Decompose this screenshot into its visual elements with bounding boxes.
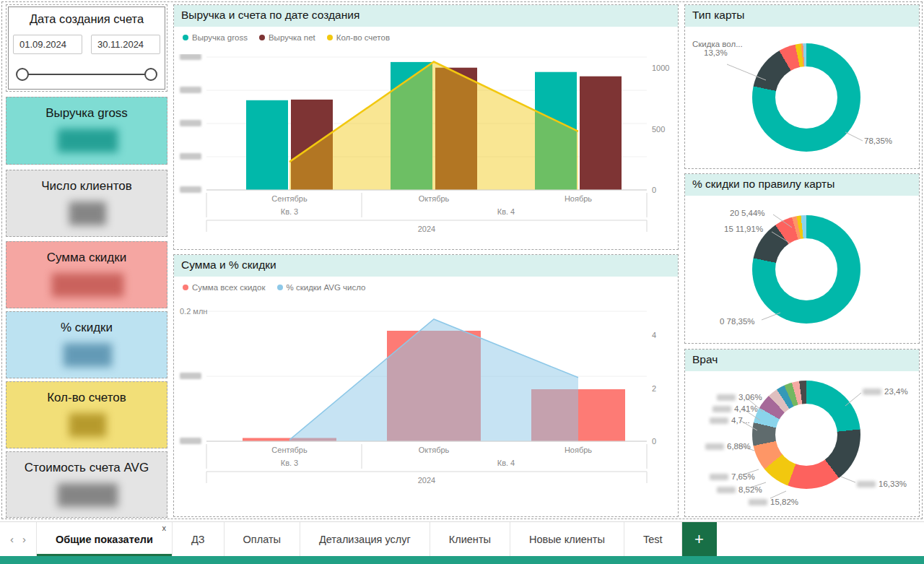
tab-nav-arrows: ‹ › (0, 522, 36, 556)
kpi-card-clients-count[interactable]: Число клиентов ███ (6, 170, 167, 237)
panel-title-discount: Сумма и % скидки (174, 255, 678, 277)
svg-text:Ноябрь: Ноябрь (565, 194, 592, 203)
svg-text:Октябрь: Октябрь (419, 194, 450, 203)
svg-text:Ноябрь: Ноябрь (565, 446, 592, 454)
donut-hole (775, 404, 837, 466)
svg-text:2: 2 (652, 384, 656, 393)
panel-doctor: Врач 3,06%4,41%4,7...6,88%7,65%8,52%15,8… (684, 349, 920, 517)
tab-dz[interactable]: ДЗ (173, 522, 225, 556)
svg-text:0.2 млн: 0.2 млн (180, 307, 207, 316)
svg-text:Октябрь: Октябрь (419, 446, 450, 454)
donut-card-type-wrap: Скидка вол...13,3%78,35% (685, 5, 919, 168)
kpi-masked-value: ██████ (6, 274, 167, 296)
tab-close-icon[interactable]: x (162, 524, 166, 532)
svg-text:0: 0 (652, 186, 656, 194)
svg-text:500: 500 (652, 125, 665, 134)
tab-label: Test (643, 534, 663, 545)
slider-handle-start[interactable] (16, 68, 29, 81)
kpi-card-discount-pct[interactable]: % скидки ████ (6, 311, 167, 378)
kpi-title: Стоимость счета AVG (6, 452, 167, 475)
svg-text:Кв. 4: Кв. 4 (497, 459, 515, 467)
kpi-title: Число клиентов (6, 170, 167, 194)
panel-title-doctor: Врач (685, 350, 919, 371)
svg-text:Сентябрь: Сентябрь (271, 446, 308, 454)
donut-discount-rule-wrap: 20 5,44%15 11,91%0 78,35% (685, 174, 919, 343)
tab-test[interactable]: Test (624, 522, 682, 556)
plus-icon: + (694, 530, 704, 549)
kpi-title: Выручка gross (6, 97, 167, 121)
date-slicer-frame: Дата создания счета (8, 6, 165, 90)
kpi-masked-value: ███ (6, 202, 167, 225)
panel-revenue-by-date: Выручка и счета по дате создания Выручка… (173, 4, 679, 250)
panel-card-type: Тип карты Скидка вол...13,3%78,35% (684, 4, 920, 169)
panel-discount-sum-pct: Сумма и % скидки Сумма всех скидок% скид… (173, 254, 679, 517)
date-slicer-title: Дата создания счета (9, 12, 165, 26)
tab-new-clients[interactable]: Новые клиенты (510, 522, 624, 556)
tab-payments[interactable]: Оплаты (225, 522, 300, 556)
kpi-masked-value: █████ (6, 484, 167, 506)
tab-label: Клиенты (449, 534, 491, 545)
page-tab-bar: ‹ › Общие показатели x ДЗ Оплаты Детализ… (0, 521, 924, 556)
tab-general-indicators[interactable]: Общие показатели x (36, 522, 173, 556)
kpi-card-invoice-count[interactable]: Кол-во счетов ███ (6, 381, 167, 448)
kpi-card-avg-invoice-cost[interactable]: Стоимость счета AVG █████ (6, 451, 167, 518)
kpi-masked-value: ███ (6, 414, 167, 436)
kpi-title: % скидки (6, 312, 167, 335)
svg-text:2024: 2024 (418, 225, 435, 233)
panel-discount-rule: % скидки по правилу карты 20 5,44%15 11,… (684, 173, 920, 344)
tab-clients[interactable]: Клиенты (430, 522, 510, 556)
end-date-input[interactable] (91, 35, 160, 54)
start-date-input[interactable] (13, 35, 82, 54)
tab-label: ДЗ (191, 534, 205, 545)
panel-title-discount-rule: % скидки по правилу карты (685, 174, 919, 196)
kpi-masked-value: ████ (6, 344, 167, 366)
prev-page-arrow-icon[interactable]: ‹ (10, 533, 14, 545)
kpi-card-discount-sum[interactable]: Сумма скидки ██████ (6, 241, 167, 308)
panel-title-card-type: Тип карты (685, 5, 919, 27)
donut-discount-rule-chart[interactable] (752, 215, 860, 324)
donut-doctor-wrap: 3,06%4,41%4,7...6,88%7,65%8,52%15,82%16,… (685, 350, 919, 516)
svg-text:4: 4 (652, 331, 656, 339)
donut-card-type-chart[interactable] (752, 43, 860, 152)
tab-service-details[interactable]: Детализация услуг (300, 522, 430, 556)
date-range-slider[interactable] (16, 65, 157, 84)
donut-hole (775, 66, 837, 129)
date-slicer[interactable]: Дата создания счета (6, 4, 167, 92)
slider-track (22, 74, 152, 75)
kpi-masked-value: █████ (6, 129, 167, 152)
revenue-chart-legend: Выручка grossВыручка netКол-во счетов (174, 27, 678, 44)
tab-label: Оплаты (243, 534, 281, 545)
donut-hole (775, 238, 837, 300)
bottom-accent-strip (0, 556, 924, 564)
svg-text:Кв. 3: Кв. 3 (281, 459, 298, 467)
next-page-arrow-icon[interactable]: › (22, 533, 26, 545)
discount-combo-chart[interactable]: 0.2 млн420СентябрьОктябрьНоябрьКв. 3Кв. … (174, 304, 679, 490)
slider-handle-end[interactable] (144, 68, 157, 81)
add-page-button[interactable]: + (682, 522, 717, 556)
kpi-card-revenue-gross[interactable]: Выручка gross █████ (6, 97, 167, 165)
tab-label: Общие показатели (56, 534, 153, 545)
svg-text:2024: 2024 (418, 476, 435, 485)
kpi-title: Сумма скидки (6, 242, 167, 265)
panel-title-revenue: Выручка и счета по дате создания (174, 5, 678, 27)
svg-text:1000: 1000 (652, 64, 669, 72)
svg-text:0: 0 (652, 437, 656, 446)
date-inputs (9, 35, 165, 54)
kpi-title: Кол-во счетов (6, 382, 167, 405)
discount-chart-legend: Сумма всех скидок% скидки AVG число (174, 277, 678, 294)
svg-text:Кв. 3: Кв. 3 (281, 207, 298, 216)
donut-doctor-chart[interactable] (752, 381, 860, 489)
tab-label: Детализация услуг (319, 534, 411, 545)
svg-text:Кв. 4: Кв. 4 (497, 207, 515, 216)
revenue-combo-chart[interactable]: 10005000СентябрьОктябрьНоябрьКв. 3Кв. 42… (174, 54, 679, 239)
svg-text:Сентябрь: Сентябрь (271, 194, 308, 203)
tab-label: Новые клиенты (529, 534, 605, 545)
